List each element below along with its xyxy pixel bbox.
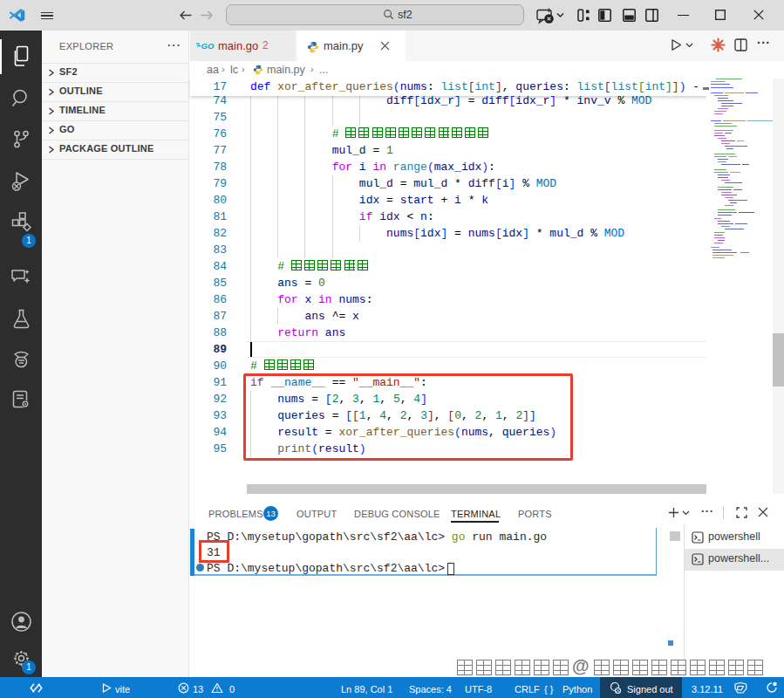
svg-text:GO: GO [201, 41, 215, 51]
